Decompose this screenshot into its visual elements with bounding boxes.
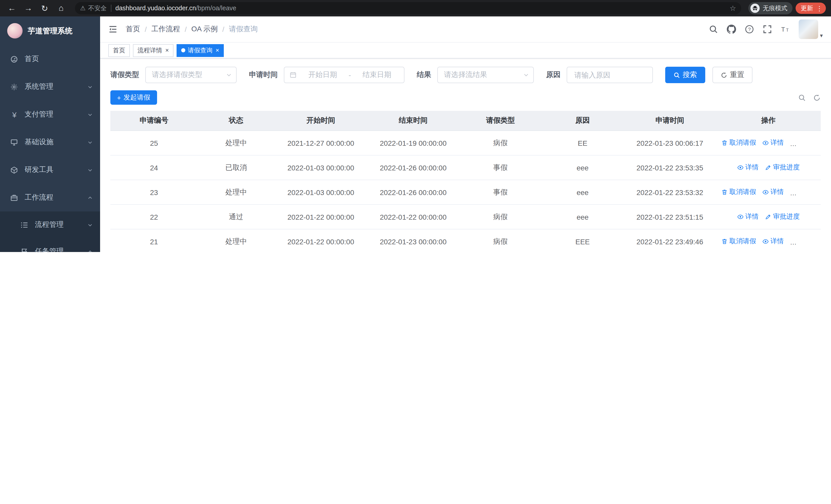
gear-icon <box>10 83 19 91</box>
cancel-leave-link[interactable]: 取消请假 <box>721 237 756 246</box>
sidebar-item-home[interactable]: 首页 <box>0 45 100 73</box>
browser-update-button[interactable]: 更新 ⋮ <box>796 3 826 14</box>
table-toolbar: + 发起请假 <box>110 90 821 105</box>
tabs-bar: 首页 流程详情× 请假查询× <box>100 42 831 59</box>
tab-process-detail[interactable]: 流程详情× <box>133 44 173 57</box>
reason-input[interactable] <box>573 70 646 80</box>
sidebar-item-workflow[interactable]: 工作流程 <box>0 184 100 211</box>
chevron-down-icon <box>87 84 93 90</box>
security-label[interactable]: 不安全 <box>88 4 107 12</box>
reset-button[interactable]: 重置 <box>712 67 752 83</box>
tab-leave-query[interactable]: 请假查询× <box>177 44 224 57</box>
cancel-leave-link[interactable]: 取消请假 <box>721 138 756 148</box>
detail-link[interactable]: 详情 <box>762 187 784 197</box>
github-icon[interactable] <box>727 25 736 34</box>
address-bar[interactable]: ⚠ 不安全 dashboard.yudao.iocoder.cn/bpm/oa/… <box>75 2 741 14</box>
home-icon[interactable]: ⌂ <box>54 2 68 15</box>
close-icon[interactable]: × <box>216 47 219 53</box>
filter-form: 请假类型 请选择请假类型 申请时间 开始日期 - 结束日期 <box>110 67 821 83</box>
font-size-icon[interactable]: TT <box>781 25 790 34</box>
breadcrumb-workflow[interactable]: 工作流程 <box>151 25 180 34</box>
chevron-down-icon <box>87 139 93 145</box>
sidebar-item-task-management[interactable]: 任务管理 <box>0 238 100 252</box>
chevron-down-icon <box>87 222 93 228</box>
cancel-leave-link[interactable]: 取消请假 <box>721 187 756 197</box>
svg-text:?: ? <box>748 27 751 32</box>
breadcrumb-current: 请假查询 <box>229 25 258 34</box>
approval-progress-link[interactable]: 审批进度 <box>765 163 800 172</box>
user-menu[interactable]: ▾ <box>799 20 823 39</box>
leave-type-label: 请假类型 <box>110 70 139 80</box>
col-end-time: 结束时间 <box>367 111 459 130</box>
table-row: 24已取消2022-01-03 00:00:002022-01-26 00:00… <box>110 155 821 180</box>
briefcase-icon <box>10 194 19 202</box>
filter-leave-type: 请假类型 请选择请假类型 <box>110 67 237 83</box>
app-logo[interactable]: 芋道管理系统 <box>0 17 100 45</box>
refresh-icon[interactable] <box>813 94 821 101</box>
col-actions: 操作 <box>716 111 821 130</box>
sidebar-item-process-management[interactable]: 流程管理 <box>0 211 100 238</box>
search-icon[interactable] <box>709 25 718 34</box>
breadcrumb-home[interactable]: 首页 <box>126 25 140 34</box>
apply-time-label: 申请时间 <box>249 70 278 80</box>
dashboard-icon <box>10 55 19 63</box>
breadcrumb: 首页 / 工作流程 / OA 示例 / 请假查询 <box>126 25 258 34</box>
table-row: 21处理中2022-01-22 00:00:002022-01-23 00:00… <box>110 229 821 252</box>
browser-menu-icon[interactable]: ⋮ <box>815 4 824 12</box>
main-area: 首页 / 工作流程 / OA 示例 / 请假查询 ? TT ▾ <box>100 17 831 252</box>
approval-progress-link[interactable]: 审批进度 <box>765 212 800 221</box>
close-icon[interactable]: × <box>165 47 169 53</box>
detail-link[interactable]: 详情 <box>737 163 758 172</box>
tab-home[interactable]: 首页 <box>108 44 130 57</box>
filter-result: 结果 请选择流结果 <box>417 67 534 83</box>
col-apply-time: 申请时间 <box>624 111 716 130</box>
header-actions: ? TT ▾ <box>709 20 823 39</box>
breadcrumb-oa-example[interactable]: OA 示例 <box>192 25 218 34</box>
chevron-up-icon <box>87 249 93 252</box>
app-title: 芋道管理系统 <box>28 26 73 36</box>
leave-table: 申请编号 状态 开始时间 结束时间 请假类型 原因 申请时间 操作 25处理中2 <box>110 111 821 252</box>
list-icon <box>21 221 29 229</box>
bookmark-star-icon[interactable]: ☆ <box>729 4 736 12</box>
flag-icon <box>21 248 29 252</box>
forward-icon[interactable]: → <box>22 2 35 15</box>
date-range-picker[interactable]: 开始日期 - 结束日期 <box>284 67 404 83</box>
logo-image <box>7 23 23 38</box>
avatar[interactable] <box>799 20 819 39</box>
svg-text:T: T <box>781 26 785 33</box>
sidebar-toggle-icon[interactable] <box>108 25 118 34</box>
url-text: dashboard.yudao.iocoder.cn/bpm/oa/leave <box>115 5 236 12</box>
back-icon[interactable]: ← <box>5 2 19 15</box>
browser-toolbar: ← → ↻ ⌂ ⚠ 不安全 dashboard.yudao.iocoder.cn… <box>0 0 831 17</box>
sidebar-item-system[interactable]: 系统管理 <box>0 73 100 100</box>
calendar-icon <box>289 71 297 79</box>
incognito-badge: 无痕模式 <box>748 2 793 14</box>
create-leave-button[interactable]: + 发起请假 <box>110 90 157 105</box>
reload-icon[interactable]: ↻ <box>38 2 51 15</box>
result-select[interactable]: 请选择流结果 <box>437 67 534 83</box>
col-leave-type: 请假类型 <box>459 111 542 130</box>
detail-link[interactable]: 详情 <box>737 212 758 221</box>
leave-type-select[interactable]: 请选择请假类型 <box>145 67 237 83</box>
table-header-row: 申请编号 状态 开始时间 结束时间 请假类型 原因 申请时间 操作 <box>110 111 821 130</box>
app-frame: 芋道管理系统 首页 系统管理 ¥ 支付管理 基础设施 <box>0 17 831 252</box>
chevron-down-icon <box>217 72 232 78</box>
help-icon[interactable]: ? <box>745 25 754 34</box>
sidebar-item-infrastructure[interactable]: 基础设施 <box>0 128 100 156</box>
search-toggle-icon[interactable] <box>798 94 806 101</box>
chevron-down-icon <box>514 72 529 78</box>
reason-input-wrap <box>567 67 653 83</box>
chevron-up-icon <box>87 195 93 200</box>
table-tools <box>798 94 821 101</box>
sidebar-item-payment[interactable]: ¥ 支付管理 <box>0 100 100 128</box>
sidebar-item-dev-tools[interactable]: 研发工具 <box>0 156 100 184</box>
search-button[interactable]: 搜索 <box>665 67 705 83</box>
col-reason: 原因 <box>542 111 624 130</box>
detail-link[interactable]: 详情 <box>762 138 784 148</box>
col-start-time: 开始时间 <box>275 111 367 130</box>
fullscreen-icon[interactable] <box>763 25 772 34</box>
detail-link[interactable]: 详情 <box>762 237 784 246</box>
start-date-placeholder: 开始日期 <box>301 70 344 80</box>
chevron-down-icon <box>87 112 93 117</box>
incognito-icon <box>750 4 760 13</box>
